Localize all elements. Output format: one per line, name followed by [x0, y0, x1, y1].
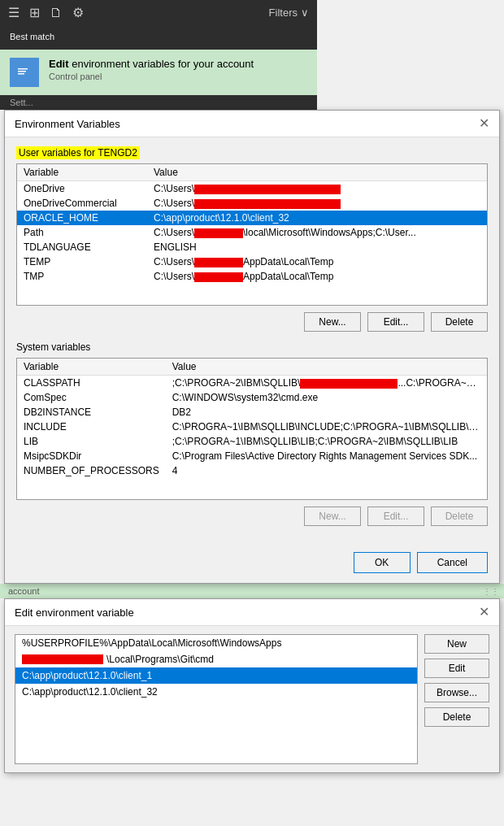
user-variables-table[interactable]: Variable Value OneDrive C:\Users\ OneDri… [16, 163, 488, 306]
list-item[interactable]: %USERPROFILE%\AppData\Local\Microsoft\Wi… [15, 635, 417, 651]
chevron-down-icon: ∨ [301, 7, 309, 19]
edit-dialog-body: %USERPROFILE%\AppData\Local\Microsoft\Wi… [5, 626, 499, 772]
ok-button[interactable]: OK [354, 552, 411, 573]
result-icon [10, 58, 39, 87]
edit-new-button[interactable]: New [424, 634, 489, 654]
table-row[interactable]: TEMP C:\Users\AppData\Local\Temp [17, 254, 487, 269]
table-row[interactable]: LIB ;C:\PROGRA~1\IBM\SQLLIB\LIB;C:\PROGR… [17, 434, 487, 449]
svg-rect-0 [16, 66, 33, 79]
search-overlay: ☰ ⊞ 🗋 ⚙ Filters ∨ Best match [0, 0, 317, 110]
system-col-value: Value [166, 359, 487, 376]
edit-dialog-title: Edit environment variable [15, 606, 134, 619]
user-col-value: Value [147, 164, 487, 181]
system-delete-button[interactable]: Delete [431, 506, 488, 526]
settings-icon[interactable]: ⚙ [72, 5, 84, 20]
user-variables-label: User variables for TENGD2 [16, 147, 488, 159]
env-dialog-body: User variables for TENGD2 Variable Value… [5, 137, 499, 546]
grid-icon[interactable]: ⊞ [29, 5, 40, 20]
list-item-selected[interactable]: C:\app\product\12.1.0\client_1 [15, 667, 417, 684]
list-item[interactable]: \Local\Programs\Git\cmd [15, 651, 417, 667]
user-delete-button[interactable]: Delete [431, 312, 488, 332]
environment-variables-dialog: Environment Variables ✕ User variables f… [4, 110, 500, 584]
user-new-button[interactable]: New... [304, 312, 361, 332]
table-row[interactable]: OneDrive C:\Users\ [17, 181, 487, 197]
edit-delete-button[interactable]: Delete [424, 707, 489, 727]
table-row[interactable]: CLASSPATH ;C:\PROGRA~2\IBM\SQLLIB\...C:\… [17, 376, 487, 391]
user-col-variable: Variable [17, 164, 147, 181]
svg-rect-1 [18, 68, 28, 70]
cancel-button[interactable]: Cancel [417, 552, 488, 573]
env-dialog-footer: OK Cancel [5, 546, 499, 583]
hamburger-icon[interactable]: ☰ [8, 5, 20, 20]
result-text: Edit environment variables for your acco… [49, 58, 254, 81]
search-toolbar: ☰ ⊞ 🗋 ⚙ Filters ∨ [0, 0, 317, 25]
env-dialog-titlebar: Environment Variables ✕ [5, 111, 499, 137]
table-row[interactable]: OneDriveCommercial C:\Users\ [17, 196, 487, 211]
file-icon[interactable]: 🗋 [50, 6, 63, 20]
system-col-variable: Variable [17, 359, 166, 376]
table-row[interactable]: INCLUDE C:\PROGRA~1\IBM\SQLLIB\INCLUDE;C… [17, 420, 487, 434]
table-row[interactable]: MsipcSDKDir C:\Program Files\Active Dire… [17, 449, 487, 463]
svg-rect-2 [18, 71, 26, 72]
system-edit-button[interactable]: Edit... [367, 506, 424, 526]
system-variables-table[interactable]: Variable Value CLASSPATH ;C:\PROGRA~2\IB… [16, 358, 488, 500]
filters-button[interactable]: Filters ∨ [269, 7, 309, 19]
table-row-selected[interactable]: ORACLE_HOME C:\app\product\12.1.0\client… [17, 211, 487, 225]
system-new-button[interactable]: New... [304, 506, 361, 526]
user-variables-btn-row: New... Edit... Delete [16, 312, 488, 332]
edit-buttons-column: New Edit Browse... Delete [424, 634, 489, 764]
env-dialog-close-button[interactable]: ✕ [479, 117, 489, 130]
system-variables-label: System variables [16, 341, 488, 353]
env-dialog-title: Environment Variables [15, 118, 120, 130]
table-row[interactable]: DB2INSTANCE DB2 [17, 405, 487, 420]
user-edit-button[interactable]: Edit... [367, 312, 424, 332]
edit-dialog-close-button[interactable]: ✕ [479, 606, 489, 619]
table-row[interactable]: ComSpec C:\WINDOWS\system32\cmd.exe [17, 390, 487, 405]
edit-browse-button[interactable]: Browse... [424, 683, 489, 702]
best-match-label: Best match [10, 32, 307, 41]
search-result-item[interactable]: Edit environment variables for your acco… [0, 50, 317, 95]
edit-edit-button[interactable]: Edit [424, 659, 489, 678]
partial-account-row: account ⋮⋮ [0, 584, 504, 598]
svg-rect-3 [18, 73, 24, 75]
table-row[interactable]: TDLANGUAGE ENGLISH [17, 240, 487, 254]
table-row[interactable]: Path C:\Users\\local\Microsoft\WindowsAp… [17, 225, 487, 240]
system-variables-btn-row: New... Edit... Delete [16, 506, 488, 526]
edit-environment-variable-dialog: Edit environment variable ✕ %USERPROFILE… [4, 598, 500, 773]
list-item[interactable]: C:\app\product\12.1.0\client_32 [15, 684, 417, 700]
best-match-section: Best match [0, 25, 317, 50]
edit-variable-list[interactable]: %USERPROFILE%\AppData\Local\Microsoft\Wi… [15, 634, 418, 764]
table-row[interactable]: TMP C:\Users\AppData\Local\Temp [17, 269, 487, 284]
edit-dialog-titlebar: Edit environment variable ✕ [5, 599, 499, 626]
search-partial: Sett... [0, 95, 317, 110]
table-row[interactable]: NUMBER_OF_PROCESSORS 4 [17, 463, 487, 478]
